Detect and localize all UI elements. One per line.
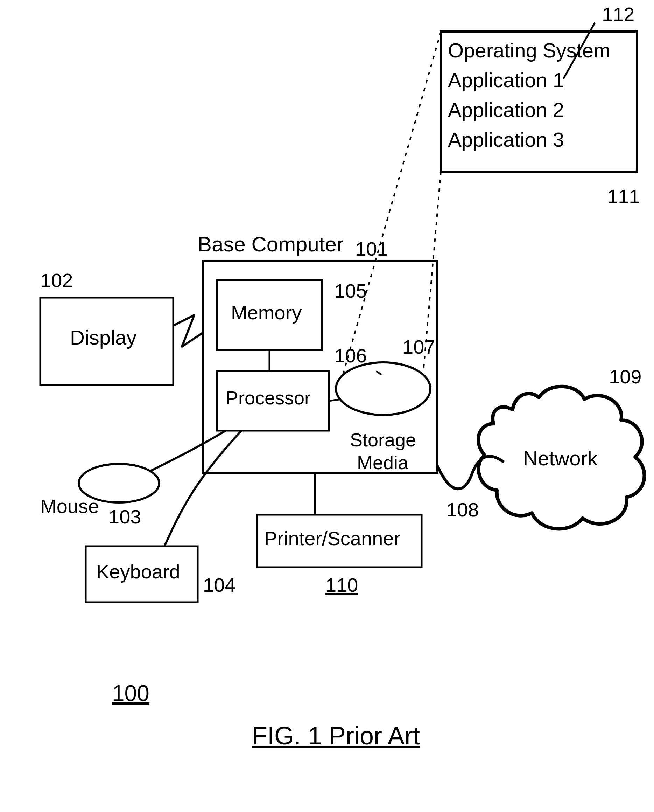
- ref-107: 107: [402, 336, 435, 358]
- keyboard-label: Keyboard: [96, 560, 180, 583]
- display-label: Display: [70, 326, 136, 349]
- ref-104: 104: [203, 574, 235, 596]
- figure-title: FIG. 1 Prior Art: [252, 721, 420, 750]
- ref-103: 103: [108, 506, 141, 528]
- diagram-stage: 112 Operating System Application 1 Appli…: [0, 0, 654, 812]
- storage-label-l1: Storage: [350, 429, 416, 450]
- connectors-layer: [0, 0, 654, 812]
- ref-100: 100: [112, 681, 150, 706]
- processor-label: Processor: [226, 387, 311, 409]
- svg-line-12: [343, 32, 441, 375]
- software-os-label: Operating System: [448, 38, 610, 62]
- ref-108: 108: [446, 499, 479, 521]
- mouse-label: Mouse: [40, 495, 99, 517]
- ref-110: 110: [325, 574, 358, 596]
- software-app1-label: Application 1: [448, 68, 564, 92]
- ref-101: 101: [355, 238, 388, 260]
- printer-scanner-label: Printer/Scanner: [264, 527, 400, 550]
- base-computer-label: Base Computer: [198, 233, 344, 256]
- ref-105: 105: [334, 280, 367, 302]
- ref-111: 111: [607, 185, 640, 207]
- ref-106: 106: [334, 345, 367, 367]
- network-label: Network: [523, 446, 597, 470]
- svg-line-5: [329, 399, 341, 401]
- ref-109: 109: [609, 366, 642, 388]
- ref-112: 112: [602, 3, 634, 25]
- svg-point-4: [336, 362, 430, 415]
- software-app2-label: Application 2: [448, 98, 564, 121]
- software-app3-label: Application 3: [448, 128, 564, 151]
- storage-label-l2: Media: [357, 452, 408, 473]
- ref-102: 102: [40, 270, 73, 291]
- memory-label: Memory: [231, 301, 302, 324]
